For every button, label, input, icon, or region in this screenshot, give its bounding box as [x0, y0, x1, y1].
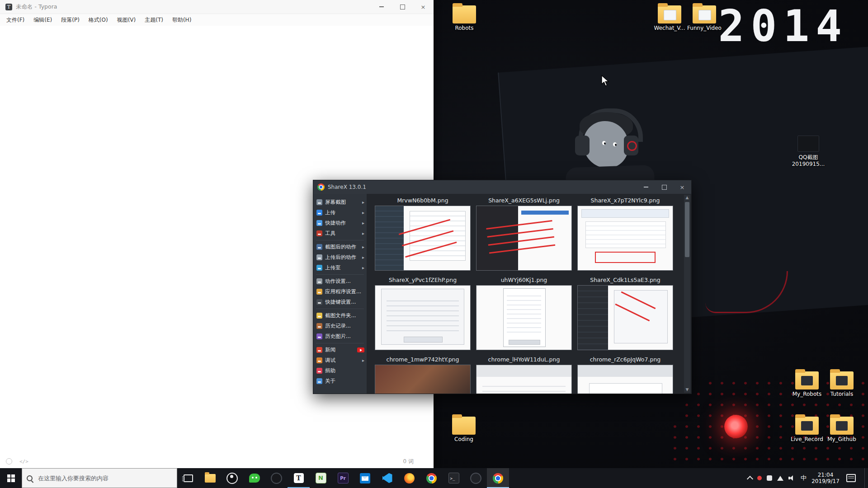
taskbar-app-obs[interactable] [221, 468, 243, 488]
taskbar-app-notepad-plus-plus[interactable] [310, 468, 332, 488]
desktop-icon-wechat-video[interactable]: Wechat_V... [650, 5, 689, 32]
menu-label: 上传至 [325, 264, 341, 271]
desktop-icon-live-record[interactable]: Live_Record [787, 417, 827, 443]
taskbar-app-wechat[interactable] [243, 468, 265, 488]
desktop-icon-tutorials[interactable]: Tutorials [822, 371, 862, 398]
desktop-icon-qq-screenshot[interactable]: QQ截图 20190915... [788, 136, 828, 168]
sharex-menu-upload[interactable]: 上传 [313, 207, 367, 218]
sharex-menu-donate[interactable]: 捐助 [313, 366, 367, 376]
sharex-menu-history[interactable]: 历史记录... [313, 321, 367, 331]
sharex-menu-about[interactable]: 关于 [313, 376, 367, 386]
history-filename: ShareX_a6XEG5sWLj.png [476, 196, 572, 206]
speaker-icon[interactable] [788, 475, 796, 481]
taskbar-clock[interactable]: 21:04 2019/9/17 [811, 472, 840, 485]
history-item[interactable]: ShareX_x7pT2NYlc9.png [577, 196, 673, 271]
scrollbar-thumb[interactable] [685, 202, 689, 257]
desktop-icon-coding[interactable]: Coding [444, 417, 484, 443]
history-filename: chrome_lHYoW11duL.png [476, 355, 572, 365]
sharex-menu-application-settings[interactable]: 应用程序设置... [313, 286, 367, 297]
scrollbar-down-icon[interactable]: ▼ [684, 387, 690, 393]
taskbar-app-chrome[interactable] [420, 468, 443, 488]
taskbar-app-terminal[interactable] [443, 468, 465, 488]
history-item[interactable]: ShareX_Cdk1Ls5aE3.png [577, 275, 673, 350]
wechat-icon [249, 474, 260, 483]
thumbnail-preview [375, 206, 471, 271]
taskbar-app-premiere[interactable] [332, 468, 354, 488]
history-item[interactable]: MrvwN6b0bM.png [375, 196, 471, 271]
desktop-icon-my-github[interactable]: My_Github [822, 417, 862, 443]
search-input[interactable] [37, 474, 172, 482]
history-item[interactable]: chrome_lHYoW11duL.png [476, 355, 572, 394]
menu-label: 调试 [325, 357, 335, 364]
history-filename: chrome_1mwP742htY.png [375, 355, 471, 365]
ime-indicator[interactable]: 中 [801, 474, 807, 482]
tray-expand-icon[interactable] [747, 476, 753, 482]
taskbar-app-vscode[interactable] [376, 468, 398, 488]
menu-theme[interactable]: 主题(T) [140, 14, 168, 26]
menu-help[interactable]: 帮助(H) [168, 14, 196, 26]
separator [316, 240, 364, 240]
scrollbar-track[interactable]: ▲ ▼ [684, 195, 690, 393]
sharex-menu-after-upload-tasks[interactable]: 上传后的动作 [313, 252, 367, 263]
desktop-icon-my-robots[interactable]: My_Robots [787, 371, 827, 398]
sharex-menu-screen-capture[interactable]: 屏幕截图 [313, 197, 367, 207]
start-button[interactable] [0, 468, 22, 488]
show-desktop-button[interactable] [864, 468, 867, 488]
menu-format[interactable]: 格式(O) [84, 14, 113, 26]
sharex-menu-image-history[interactable]: 历史图片... [313, 331, 367, 342]
cloud-upload-icon [316, 265, 322, 271]
desktop-icon-robots[interactable]: Robots [444, 5, 484, 32]
menu-view[interactable]: 视图(V) [113, 14, 141, 26]
history-item[interactable]: chrome_rZc6pJqWo7.png [577, 355, 673, 394]
sharex-menu-debug[interactable]: 调试 [313, 355, 367, 366]
minimize-button[interactable] [637, 180, 655, 194]
close-button[interactable]: × [673, 180, 691, 194]
minimize-button[interactable] [371, 0, 392, 14]
desktop-icon-funny-video[interactable]: Funny_Video [684, 5, 724, 32]
document-overlay-icon [836, 376, 848, 385]
typora-titlebar[interactable]: 未命名 - Typora × [0, 0, 434, 14]
news-badge-icon [357, 347, 364, 352]
taskbar-app-mail[interactable] [354, 468, 376, 488]
taskbar-app-firefox[interactable] [398, 468, 420, 488]
history-filename: ShareX_Cdk1Ls5aE3.png [577, 275, 673, 285]
history-item[interactable]: chrome_1mwP742htY.png [375, 355, 471, 394]
taskbar-search[interactable] [22, 468, 177, 488]
outline-circle-icon[interactable] [6, 458, 12, 465]
desktop-icon-label: My_Github [822, 436, 862, 443]
history-item[interactable]: ShareX_yPvc1fZEhP.png [375, 275, 471, 350]
menu-file[interactable]: 文件(F) [2, 14, 29, 26]
notepad-plus-plus-icon [316, 473, 326, 483]
history-item[interactable]: ShareX_a6XEG5sWLj.png [476, 196, 572, 271]
tray-recording-icon[interactable] [757, 476, 762, 480]
sharex-menu-task-settings[interactable]: 动作设置... [313, 276, 367, 286]
sharex-menu-hotkey-settings[interactable]: 快捷键设置... [313, 297, 367, 307]
sharex-menu-screenshots-folder[interactable]: 截图文件夹... [313, 310, 367, 321]
sharex-app-icon [317, 183, 325, 191]
menu-paragraph[interactable]: 段落(P) [57, 14, 84, 26]
taskbar-app-chrome-active[interactable] [487, 468, 509, 488]
scrollbar-up-icon[interactable]: ▲ [684, 195, 690, 201]
action-center-icon[interactable] [846, 474, 856, 482]
taskbar-app-media-player[interactable] [265, 468, 288, 488]
tray-app-icon[interactable] [767, 475, 772, 481]
sharex-menu-destinations[interactable]: 上传至 [313, 263, 367, 273]
sharex-menu-news[interactable]: 新闻 [313, 345, 367, 355]
maximize-button[interactable] [392, 0, 413, 14]
sharex-menu-quick-actions[interactable]: 快捷动作 [313, 218, 367, 228]
taskbar-app-file-explorer[interactable] [199, 468, 221, 488]
folder-icon [830, 417, 854, 435]
taskbar-app-unknown[interactable] [465, 468, 487, 488]
source-code-mode-icon[interactable] [19, 459, 28, 465]
sharex-menu-after-capture-tasks[interactable]: 截图后的动作 [313, 242, 367, 252]
taskbar-app-typora[interactable] [288, 468, 310, 488]
sharex-titlebar[interactable]: ShareX 13.0.1 × [313, 180, 691, 194]
history-item[interactable]: uhWYj60Kj1.png [476, 275, 572, 350]
network-icon[interactable] [777, 476, 783, 481]
maximize-button[interactable] [655, 180, 673, 194]
close-button[interactable]: × [413, 0, 434, 14]
menu-edit[interactable]: 编辑(E) [29, 14, 57, 26]
sharex-menu-tools[interactable]: 工具 [313, 228, 367, 239]
task-view-button[interactable] [177, 468, 199, 488]
separator [316, 343, 364, 343]
